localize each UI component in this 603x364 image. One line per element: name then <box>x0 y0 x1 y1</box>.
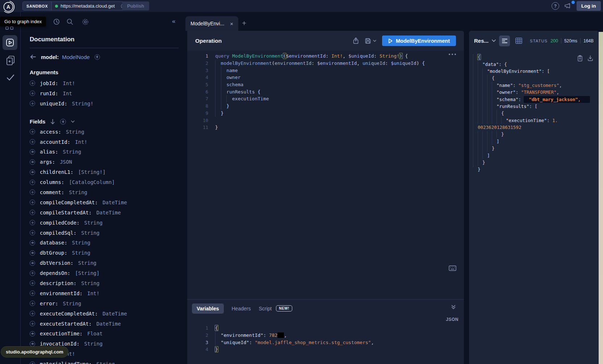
add-to-query-icon[interactable] <box>30 91 35 96</box>
field-type[interactable]: String <box>63 301 81 306</box>
add-to-query-icon[interactable] <box>30 260 35 266</box>
variables-editor[interactable]: 1{2"environmentId": 782,3"uniqueId": "mo… <box>187 312 464 353</box>
field-type[interactable]: Int! <box>87 290 100 296</box>
back-arrow-icon[interactable] <box>30 54 36 59</box>
add-to-query-icon[interactable] <box>30 341 35 347</box>
add-all-fields-icon[interactable] <box>60 119 66 125</box>
field-name[interactable]: compiledSql: <box>40 230 76 236</box>
copy-icon[interactable] <box>577 55 583 62</box>
field-type[interactable]: DateTime <box>102 311 127 317</box>
collapse-double-chevron-icon[interactable] <box>451 305 456 310</box>
field-type[interactable]: DateTime <box>102 200 127 205</box>
endpoint-url-group[interactable]: SANDBOX https://metadata.cloud.get <box>22 1 130 11</box>
field-name[interactable]: error: <box>40 301 58 306</box>
field-type[interactable]: Int! <box>63 80 75 86</box>
field-type[interactable]: DateTime <box>96 210 121 216</box>
field-type[interactable]: [String] <box>75 270 99 276</box>
field-name[interactable]: columns: <box>40 179 64 185</box>
publish-button[interactable]: Publish <box>122 1 149 11</box>
add-to-query-icon[interactable] <box>30 230 35 235</box>
field-type[interactable]: String! <box>72 101 93 106</box>
add-field-icon[interactable] <box>95 54 100 60</box>
tab-modelbyenvironment[interactable]: ModelByEnvi... × <box>185 16 238 31</box>
field-type[interactable]: String <box>63 149 81 155</box>
field-name[interactable]: environmentId: <box>40 290 83 296</box>
field-name[interactable]: compiledCode: <box>40 220 80 226</box>
field-name[interactable]: executeStartedAt: <box>40 321 92 327</box>
table-view-button[interactable] <box>513 35 524 46</box>
add-to-query-icon[interactable] <box>30 129 35 134</box>
schema-rail-button[interactable] <box>0 55 21 66</box>
apollo-logo[interactable]: A <box>2 0 15 13</box>
field-name[interactable]: accountId: <box>40 139 70 145</box>
add-to-query-icon[interactable] <box>30 301 35 306</box>
add-to-query-icon[interactable] <box>30 311 35 316</box>
run-operation-button[interactable]: ModelByEnvironment <box>382 35 456 46</box>
add-to-query-icon[interactable] <box>30 101 35 106</box>
add-to-query-icon[interactable] <box>30 321 35 326</box>
field-name[interactable]: executionTime: <box>40 331 83 336</box>
chevron-down-icon[interactable] <box>492 39 496 42</box>
add-to-query-icon[interactable] <box>30 331 35 336</box>
explorer-rail-button[interactable] <box>3 35 17 50</box>
sort-fields-icon[interactable] <box>50 119 55 125</box>
field-name[interactable]: dependsOn: <box>40 270 70 276</box>
add-to-query-icon[interactable] <box>30 290 35 296</box>
field-name[interactable]: compileCompletedAt: <box>40 200 98 205</box>
add-to-query-icon[interactable] <box>30 200 35 205</box>
add-to-query-icon[interactable] <box>30 280 35 286</box>
field-type[interactable]: Float <box>87 331 102 336</box>
add-to-query-icon[interactable] <box>30 149 35 155</box>
response-body[interactable]: {"data": {"modelByEnvironment": [{"name"… <box>469 51 599 364</box>
field-name[interactable]: dbtVersion: <box>40 260 74 266</box>
field-type[interactable]: String <box>69 189 87 195</box>
overflow-menu-icon[interactable] <box>449 54 456 55</box>
field-name[interactable]: uniqueId: <box>40 101 67 106</box>
tab-variables[interactable]: Variables <box>192 304 224 314</box>
help-icon[interactable]: ? <box>552 2 559 10</box>
field-type[interactable]: String <box>78 260 97 266</box>
close-tab-icon[interactable]: × <box>230 21 233 27</box>
search-icon[interactable] <box>66 18 74 25</box>
add-to-query-icon[interactable] <box>30 220 35 225</box>
gear-icon[interactable] <box>81 18 89 26</box>
field-name[interactable]: materializedType: <box>40 361 92 364</box>
field-name[interactable]: dbtGroup: <box>40 250 67 256</box>
field-name[interactable]: childrenL1: <box>40 169 74 175</box>
add-to-query-icon[interactable] <box>30 240 35 246</box>
keyboard-shortcuts-icon[interactable] <box>449 265 456 271</box>
add-to-query-icon[interactable] <box>30 210 35 215</box>
field-type[interactable]: JSON <box>60 159 72 165</box>
add-to-query-icon[interactable] <box>30 139 35 145</box>
tab-headers[interactable]: Headers <box>232 306 251 311</box>
add-to-query-icon[interactable] <box>30 271 35 276</box>
checks-rail-button[interactable] <box>0 74 21 81</box>
chevron-down-icon[interactable] <box>71 120 75 123</box>
formatted-view-button[interactable] <box>499 35 510 46</box>
field-type[interactable]: String <box>66 129 84 135</box>
save-operation-button[interactable] <box>365 38 376 44</box>
share-icon[interactable] <box>353 37 359 44</box>
field-type[interactable]: DateTime <box>96 321 121 327</box>
add-to-query-icon[interactable] <box>30 170 35 175</box>
field-name[interactable]: description: <box>40 280 76 286</box>
field-type[interactable]: String <box>84 220 103 226</box>
field-name[interactable]: invocationId: <box>40 341 80 347</box>
field-name[interactable]: access: <box>40 129 61 135</box>
download-icon[interactable] <box>587 55 593 62</box>
history-icon[interactable] <box>53 18 60 25</box>
add-to-query-icon[interactable] <box>30 361 35 364</box>
endpoint-url-input[interactable]: https://metadata.cloud.get <box>60 3 118 9</box>
field-name[interactable]: alias: <box>40 149 58 155</box>
add-to-query-icon[interactable] <box>30 250 35 256</box>
operation-editor[interactable]: 1query ModelByEnvironment($environmentId… <box>187 51 464 299</box>
field-type[interactable]: String <box>81 230 100 236</box>
add-to-query-icon[interactable] <box>30 189 35 195</box>
field-name[interactable]: jobId: <box>40 80 58 86</box>
add-to-query-icon[interactable] <box>30 180 35 185</box>
add-to-query-icon[interactable] <box>30 80 35 86</box>
field-name[interactable]: args: <box>40 159 55 165</box>
field-type[interactable]: String <box>96 361 115 364</box>
field-type[interactable]: String <box>84 341 103 347</box>
field-type[interactable]: String <box>72 250 91 256</box>
